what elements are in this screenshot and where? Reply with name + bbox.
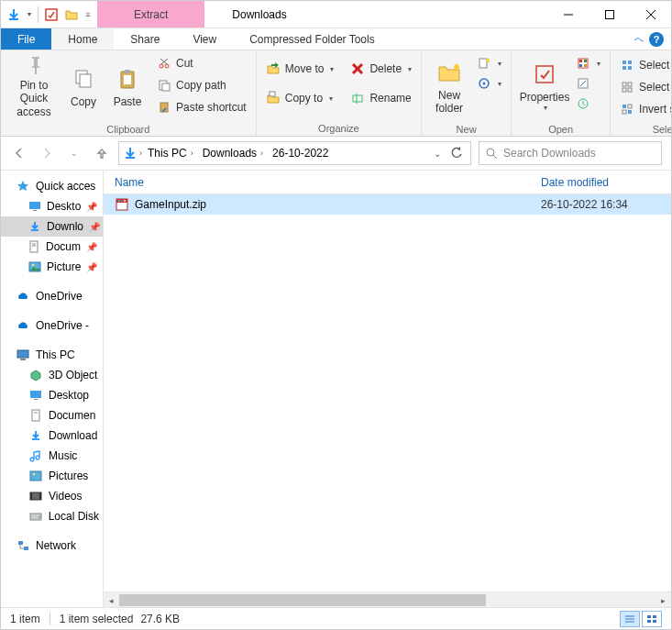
svg-point-50 <box>487 149 494 156</box>
tab-home[interactable]: Home <box>51 28 114 50</box>
tab-view[interactable]: View <box>176 28 233 50</box>
tree-qa-documents[interactable]: Docum📌 <box>1 237 103 257</box>
search-icon <box>485 147 498 160</box>
tree-documents[interactable]: Documen <box>1 405 103 426</box>
download-icon <box>28 428 43 443</box>
copy-button[interactable]: Copy <box>61 54 105 118</box>
paste-shortcut-label: Paste shortcut <box>176 101 247 114</box>
qat-folder-icon[interactable] <box>62 6 81 24</box>
new-group-label: New <box>422 122 511 137</box>
select-none-button[interactable]: Select none <box>616 78 672 96</box>
new-item-button[interactable]: ▾ <box>473 54 505 72</box>
refresh-button[interactable] <box>450 147 463 160</box>
back-button[interactable] <box>10 144 28 162</box>
qat-dropdown-icon[interactable]: ▾ <box>25 6 34 24</box>
easy-access-button[interactable]: ▾ <box>473 74 505 93</box>
tree-onedrive-1[interactable]: OneDrive <box>1 286 103 306</box>
scroll-left-icon[interactable]: ◂ <box>104 592 119 607</box>
select-all-button[interactable]: Select all <box>616 56 672 74</box>
copy-path-button[interactable]: Copy path <box>153 76 250 94</box>
tree-this-pc[interactable]: This PC <box>1 345 103 365</box>
cloud-icon <box>16 318 30 333</box>
context-tab-extract[interactable]: Extract <box>97 1 204 28</box>
file-list[interactable]: GameInput.zip 26-10-2022 16:34 <box>104 194 671 591</box>
tree-network[interactable]: Network <box>1 536 103 556</box>
svg-rect-44 <box>628 88 632 92</box>
cloud-icon <box>16 289 30 304</box>
svg-rect-39 <box>622 66 626 70</box>
network-icon <box>16 538 30 553</box>
help-icon[interactable]: ? <box>649 32 664 47</box>
file-row[interactable]: GameInput.zip 26-10-2022 16:34 <box>104 194 671 215</box>
column-header-name[interactable]: Name <box>115 176 541 189</box>
horizontal-scrollbar[interactable]: ◂ ▸ <box>104 591 671 607</box>
forward-button[interactable] <box>38 144 56 162</box>
pin-to-quick-access-button[interactable]: Pin to Quick access <box>6 54 61 118</box>
minimize-button[interactable] <box>547 1 589 28</box>
scroll-right-icon[interactable]: ▸ <box>655 592 671 607</box>
move-to-label: Move to <box>285 62 325 75</box>
copy-path-label: Copy path <box>176 79 226 92</box>
details-view-toggle[interactable] <box>620 611 640 627</box>
pin-icon: 📌 <box>89 222 102 232</box>
up-button[interactable] <box>93 144 111 162</box>
address-dropdown-icon[interactable]: ⌄ <box>434 149 441 159</box>
tree-pictures[interactable]: Pictures <box>1 466 103 486</box>
delete-button[interactable]: Delete▾ <box>347 60 415 78</box>
tree-qa-pictures[interactable]: Picture📌 <box>1 257 103 277</box>
svg-rect-31 <box>579 60 582 62</box>
svg-rect-34 <box>584 64 587 67</box>
tree-music[interactable]: Music <box>1 446 103 466</box>
address-bar[interactable]: › This PC› Downloads› 26-10-2022 ⌄ <box>118 141 471 165</box>
star-icon <box>16 179 30 193</box>
cube-icon <box>28 368 43 382</box>
navigation-tree[interactable]: Quick acces Deskto📌 Downlo📌 Docum📌 Pictu… <box>1 171 104 607</box>
cut-button[interactable]: Cut <box>153 54 250 72</box>
ribbon-collapse-icon[interactable]: へ <box>634 33 644 46</box>
invert-selection-button[interactable]: Invert selection <box>616 100 672 118</box>
search-input[interactable] <box>503 147 655 160</box>
new-folder-button[interactable]: New folder <box>427 54 471 118</box>
tree-desktop[interactable]: Desktop <box>1 385 103 405</box>
chevron-down-icon: ▾ <box>498 60 501 68</box>
breadcrumb-date[interactable]: 26-10-2022 <box>269 147 332 160</box>
breadcrumb-downloads[interactable]: Downloads› <box>199 147 267 160</box>
open-button[interactable]: ▾ <box>572 54 604 72</box>
maximize-button[interactable] <box>589 1 630 28</box>
properties-button[interactable]: Properties ▾ <box>517 54 572 118</box>
paste-shortcut-button[interactable]: Paste shortcut <box>153 98 250 116</box>
tab-share[interactable]: Share <box>114 28 176 50</box>
search-box[interactable] <box>479 141 662 165</box>
tree-downloads[interactable]: Download <box>1 426 103 446</box>
scroll-thumb[interactable] <box>119 594 486 606</box>
paste-button[interactable]: Paste <box>105 54 149 118</box>
tab-file[interactable]: File <box>1 28 51 50</box>
copy-to-button[interactable]: Copy to▾ <box>262 89 338 107</box>
tree-onedrive-2[interactable]: OneDrive - <box>1 315 103 336</box>
tree-quick-access[interactable]: Quick acces <box>1 176 103 196</box>
tab-compressed-tools[interactable]: Compressed Folder Tools <box>233 28 391 50</box>
chevron-right-icon[interactable]: › <box>139 149 142 158</box>
chevron-down-icon: ▾ <box>544 104 547 113</box>
close-button[interactable] <box>630 1 671 28</box>
tree-local-disk[interactable]: Local Disk <box>1 506 103 526</box>
copy-label: Copy <box>71 95 96 108</box>
tree-3d-objects[interactable]: 3D Object <box>1 365 103 385</box>
move-to-button[interactable]: Move to▾ <box>262 60 338 78</box>
tree-qa-downloads[interactable]: Downlo📌 <box>1 216 103 237</box>
scissors-icon <box>157 56 171 71</box>
qat-overflow-icon[interactable]: ≡ <box>83 6 94 24</box>
history-button[interactable] <box>572 94 604 113</box>
breadcrumb-this-pc[interactable]: This PC› <box>144 147 197 160</box>
rename-button[interactable]: Rename <box>347 89 415 107</box>
recent-locations-button[interactable]: ⌄ <box>65 144 83 162</box>
tree-qa-desktop[interactable]: Deskto📌 <box>1 196 103 216</box>
tree-videos[interactable]: Videos <box>1 486 103 506</box>
qat-properties-icon[interactable] <box>42 6 61 24</box>
svg-rect-86 <box>647 620 651 623</box>
edit-button[interactable] <box>572 74 604 93</box>
file-date: 26-10-2022 16:34 <box>541 198 660 211</box>
column-header-date[interactable]: Date modified <box>541 176 660 189</box>
chevron-right-icon: › <box>260 149 263 158</box>
large-icons-view-toggle[interactable] <box>642 611 662 627</box>
